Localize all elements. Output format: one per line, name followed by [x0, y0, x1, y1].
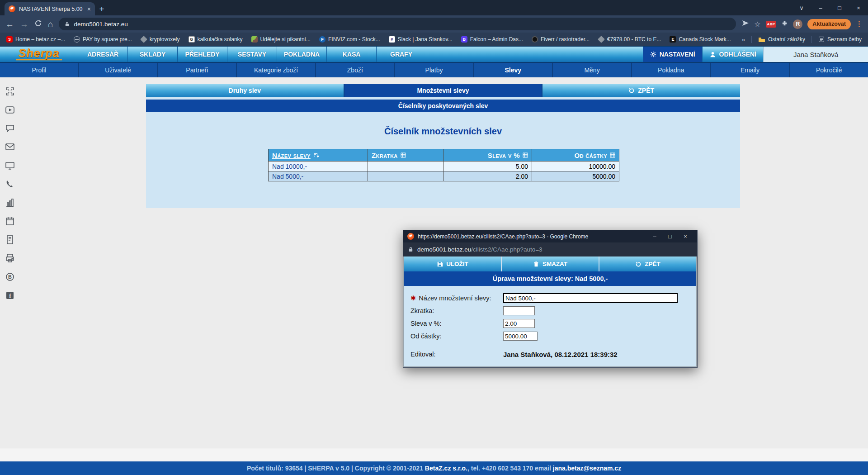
grid-icon[interactable] — [610, 152, 615, 158]
divider — [751, 36, 752, 43]
maximize-button[interactable]: □ — [830, 0, 849, 15]
tab-zpet[interactable]: ZPĚT — [542, 84, 740, 97]
tab-mnozstevni-slevy[interactable]: Množstevní slevy — [344, 84, 543, 97]
edited-label: Editoval: — [410, 351, 503, 358]
subnav-item-profil[interactable]: Profil — [0, 63, 79, 77]
nav-item-grafy[interactable]: GRAFY — [376, 47, 426, 62]
send-icon[interactable] — [742, 19, 749, 28]
b-circle-icon[interactable]: B — [5, 271, 15, 282]
nazev-slevy-input[interactable] — [503, 293, 678, 303]
update-button[interactable]: Aktualizovat — [807, 19, 851, 29]
bookmark-item[interactable]: PAY by square pre... — [74, 36, 132, 43]
subnav-item-pokladna[interactable]: Pokladna — [632, 63, 711, 77]
chart-icon[interactable] — [5, 197, 15, 208]
browser-tab[interactable]: NASTAVENÍ Sherpa 5.00 × — [5, 2, 95, 15]
fullscreen-icon[interactable] — [5, 86, 15, 97]
bookmark-item[interactable]: ECanada Stock Mark... — [670, 36, 731, 43]
tab-title: NASTAVENÍ Sherpa 5.00 — [19, 6, 84, 12]
bookmark-item[interactable]: Fiverr / rastotrader... — [532, 36, 590, 43]
popup-titlebar[interactable]: https://demo5001.betaz.eu/cllists2/CAae.… — [403, 230, 697, 242]
close-button[interactable]: × — [849, 0, 868, 15]
form-row-editoval: Editoval: Jana Staňková, 08.12.2021 18:3… — [410, 348, 690, 361]
canada-icon: E — [670, 36, 676, 43]
bookmark-item[interactable]: €7978.00 - BTC to E... — [598, 36, 661, 43]
col-sleva[interactable]: Sleva v % — [443, 149, 532, 162]
grid-icon[interactable] — [523, 152, 528, 158]
back-button[interactable]: ZPĚT — [599, 256, 696, 271]
profile-avatar[interactable]: R — [793, 19, 802, 29]
minimize-button[interactable]: – — [811, 0, 830, 15]
phone-icon[interactable] — [5, 179, 15, 190]
adblock-extension-icon[interactable]: ABP — [766, 21, 777, 28]
url-text: demo5001.betaz.eu — [74, 21, 127, 28]
menu-kebab-icon[interactable]: ⋮ — [856, 20, 863, 28]
logo-box[interactable]: Sherpa — [0, 47, 78, 62]
extensions-puzzle-icon[interactable] — [781, 20, 788, 28]
od-castky-input[interactable] — [503, 332, 538, 341]
nav-item-prehledy[interactable]: PŘEHLEDY — [177, 47, 227, 62]
nav-item-sklady[interactable]: SKLADY — [127, 47, 177, 62]
video-icon[interactable] — [5, 104, 15, 115]
zkratka-input[interactable] — [503, 306, 535, 315]
logout-button[interactable]: ODHLÁŠENÍ — [702, 47, 763, 62]
bookmarks-overflow-icon[interactable]: » — [742, 36, 745, 43]
subnav-item-uzivatele[interactable]: Uživatelé — [79, 63, 158, 77]
col-od-castky[interactable]: Od částky — [532, 149, 619, 162]
subnav-item-partneri[interactable]: Partneři — [158, 63, 237, 77]
reading-list-button[interactable]: Seznam četby — [818, 36, 862, 43]
monitor-icon[interactable] — [5, 160, 15, 171]
field-label: Od částky: — [410, 332, 503, 340]
tab-druhy-slev[interactable]: Druhy slev — [146, 84, 344, 97]
subnav-item-platby[interactable]: Platby — [395, 63, 474, 77]
table-row[interactable]: Nad 10000,- 5.00 10000.00 — [269, 162, 619, 171]
nav-item-pokladna[interactable]: POKLADNA — [277, 47, 326, 62]
delete-button[interactable]: SMAZAT — [502, 256, 599, 271]
subnav-item-pokrocile[interactable]: Pokročilé — [790, 63, 868, 77]
discounts-table-wrap: Název slevy Zkratka Sleva v % Od částky — [268, 149, 740, 181]
grid-icon[interactable] — [401, 152, 406, 158]
facebook-icon[interactable]: f — [5, 290, 15, 301]
bookmark-item[interactable]: Udělejte si pikantní... — [251, 36, 311, 43]
tab-close-icon[interactable]: × — [87, 5, 91, 13]
address-bar[interactable]: demo5001.betaz.eu — [59, 18, 736, 30]
bookmark-item[interactable]: BFalcon – Admin Das... — [461, 36, 523, 43]
bookmark-item[interactable]: Gkalkulačka solanky — [189, 36, 243, 43]
subnav-item-zbozi[interactable]: Zboží — [316, 63, 395, 77]
save-button[interactable]: ULOŽIT — [404, 256, 502, 271]
forward-icon[interactable]: → — [20, 20, 28, 28]
new-tab-button[interactable]: + — [95, 2, 108, 15]
home-icon[interactable]: ⌂ — [48, 20, 53, 28]
discounts-panel: Druhy slev Množstevní slevy ZPĚT Číselní… — [146, 84, 740, 208]
back-icon[interactable]: ← — [5, 20, 14, 28]
subnav-item-meny[interactable]: Měny — [553, 63, 632, 77]
sort-icon[interactable] — [313, 152, 320, 158]
subnav-item-emaily[interactable]: Emaily — [711, 63, 790, 77]
col-nazev-slevy[interactable]: Název slevy — [269, 149, 368, 162]
bookmark-star-icon[interactable]: ☆ — [754, 20, 760, 28]
sleva-input[interactable] — [503, 319, 535, 328]
nav-item-kasa[interactable]: KASA — [326, 47, 376, 62]
printer-icon[interactable] — [5, 253, 15, 264]
tab-search-icon[interactable]: ∨ — [792, 0, 811, 15]
bookmark-item[interactable]: FFINVIZ.com - Stock... — [319, 36, 380, 43]
bookmark-item[interactable]: kryptovoxely — [141, 36, 180, 43]
bookmark-item[interactable]: #Slack | Jana Stankov... — [389, 36, 453, 43]
footer-email[interactable]: jana.betaz@seznam.cz — [553, 465, 621, 472]
reload-icon[interactable] — [34, 19, 42, 28]
settings-button[interactable]: NASTAVENÍ — [643, 47, 702, 62]
other-bookmarks-button[interactable]: Ostatní záložky — [758, 36, 805, 43]
nav-item-adresar[interactable]: ADRESÁŘ — [78, 47, 127, 62]
table-row[interactable]: Nad 5000,- 2.00 5000.00 — [269, 171, 619, 181]
col-zkratka[interactable]: Zkratka — [368, 149, 443, 162]
calendar-icon[interactable] — [5, 216, 15, 227]
minimize-button[interactable]: – — [647, 233, 662, 240]
chat-icon[interactable] — [5, 123, 15, 134]
subnav-item-kategorie-zbozi[interactable]: Kategorie zboží — [237, 63, 316, 77]
nav-item-sestavy[interactable]: SESTAVY — [227, 47, 277, 62]
subnav-item-slevy[interactable]: Slevy — [474, 63, 553, 77]
invoice-icon[interactable] — [5, 234, 15, 245]
close-button[interactable]: × — [678, 233, 693, 240]
maximize-button[interactable]: □ — [662, 233, 678, 240]
bookmark-item[interactable]: SHome – betaz.cz –... — [6, 36, 65, 43]
mail-icon[interactable] — [5, 142, 15, 152]
